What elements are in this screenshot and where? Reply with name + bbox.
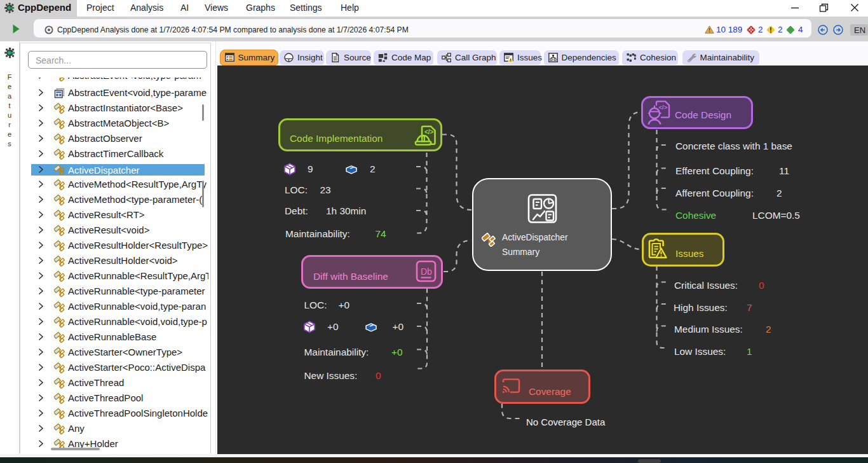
svg-text:Db: Db — [421, 266, 432, 277]
svg-text:</>: </> — [424, 128, 434, 135]
svg-text:</>: </> — [659, 104, 668, 111]
